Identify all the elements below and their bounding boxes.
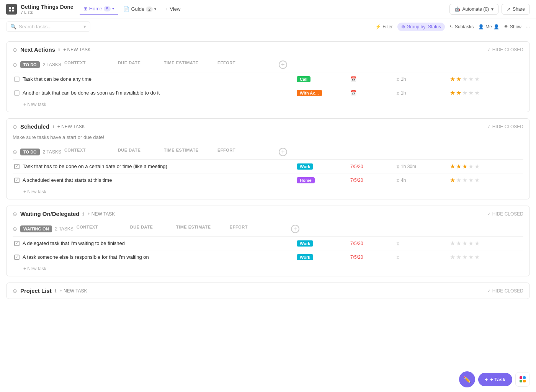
hide-closed-button[interactable]: ✓ HIDE CLOSED — [487, 288, 523, 294]
hide-closed-button[interactable]: ✓ HIDE CLOSED — [487, 211, 523, 217]
task-name[interactable]: Task that can be done any time — [23, 76, 92, 82]
star[interactable]: ★ — [462, 253, 467, 261]
hide-closed-button[interactable]: ✓ HIDE CLOSED — [487, 47, 523, 52]
star[interactable]: ★ — [450, 253, 455, 261]
star[interactable]: ★ — [450, 89, 455, 96]
due-date-empty[interactable]: 📅 — [350, 90, 356, 96]
nav-guide[interactable]: 📄 Guide 2 ▾ — [119, 4, 160, 14]
new-task-row[interactable]: + New task — [13, 100, 523, 109]
add-column-button[interactable]: + — [291, 225, 299, 233]
context-tag[interactable]: With Ac... — [297, 90, 322, 96]
task-name[interactable]: A delegated task that I'm waiting to be … — [23, 240, 125, 246]
star[interactable]: ★ — [474, 75, 480, 83]
section-new-task[interactable]: + NEW TASK — [60, 288, 87, 294]
group-collapse-icon[interactable]: ⊖ — [13, 149, 17, 155]
context-tag[interactable]: Home — [297, 177, 315, 183]
star[interactable]: ★ — [468, 240, 474, 247]
star[interactable]: ★ — [450, 163, 455, 170]
section-new-task[interactable]: + NEW TASK — [87, 211, 115, 217]
star[interactable]: ★ — [474, 89, 480, 96]
new-task-row[interactable]: + New task — [13, 187, 523, 196]
effort-stars: ★★★★★ — [450, 75, 511, 83]
star[interactable]: ★ — [468, 89, 474, 96]
section-new-task[interactable]: + NEW TASK — [57, 124, 85, 129]
more-button[interactable]: ··· — [526, 24, 530, 29]
task-name[interactable]: Another task that can be done as soon as… — [23, 90, 160, 96]
due-date-empty[interactable]: 📅 — [350, 76, 356, 82]
due-date: 7/5/20 — [350, 178, 363, 183]
task-checkbox[interactable] — [14, 241, 20, 246]
info-icon[interactable]: ℹ — [55, 288, 57, 294]
task-checkbox[interactable] — [14, 178, 20, 183]
info-icon[interactable]: ℹ — [52, 124, 54, 129]
star[interactable]: ★ — [456, 253, 461, 261]
star[interactable]: ★ — [456, 89, 461, 96]
star[interactable]: ★ — [468, 75, 474, 83]
edit-button[interactable]: ✏️ — [459, 371, 475, 387]
new-task-button[interactable]: + + Task — [478, 373, 512, 386]
star[interactable]: ★ — [456, 176, 461, 184]
time-est-cell: ⧗ — [396, 255, 450, 260]
task-checkbox[interactable] — [14, 255, 20, 260]
star[interactable]: ★ — [468, 253, 474, 261]
star[interactable]: ★ — [450, 75, 455, 83]
collapse-icon[interactable]: ⊖ — [13, 47, 17, 53]
status-badge[interactable]: WAITING ON — [20, 225, 52, 232]
star[interactable]: ★ — [456, 240, 461, 247]
status-badge[interactable]: TO DO — [20, 149, 40, 155]
subtasks-label: Subtasks — [455, 24, 474, 29]
add-column-button[interactable]: + — [279, 148, 287, 156]
automate-button[interactable]: 🤖 Automate (0) ▾ — [449, 4, 498, 15]
hide-closed-button[interactable]: ✓ HIDE CLOSED — [487, 124, 523, 129]
task-name[interactable]: Task that has to be done on a certain da… — [23, 163, 167, 169]
svg-rect-2 — [9, 10, 11, 11]
star[interactable]: ★ — [474, 253, 480, 261]
show-button[interactable]: 👁 Show — [504, 24, 521, 29]
star[interactable]: ★ — [474, 163, 480, 170]
context-tag[interactable]: Work — [297, 240, 313, 247]
star[interactable]: ★ — [450, 176, 455, 184]
info-icon[interactable]: ℹ — [58, 47, 60, 52]
star[interactable]: ★ — [456, 75, 461, 83]
star[interactable]: ★ — [462, 75, 467, 83]
star[interactable]: ★ — [468, 176, 474, 184]
star[interactable]: ★ — [462, 240, 467, 247]
group-icon: ⊜ — [401, 24, 405, 29]
group-by-button[interactable]: ⊜ Group by: Status — [397, 23, 445, 31]
star[interactable]: ★ — [462, 89, 467, 96]
group-collapse-icon[interactable]: ⊖ — [13, 62, 17, 68]
star[interactable]: ★ — [450, 240, 455, 247]
star[interactable]: ★ — [456, 163, 461, 170]
nav-home[interactable]: ⊞ Home 5 ▾ — [80, 3, 118, 15]
status-badge[interactable]: TO DO — [20, 61, 40, 68]
share-button[interactable]: ↗ Share — [502, 4, 530, 15]
context-tag[interactable]: Work — [297, 254, 313, 260]
nav-view[interactable]: + View — [162, 4, 184, 14]
collapse-icon[interactable]: ⊖ — [13, 288, 17, 294]
subtasks-button[interactable]: ⤷ Subtasks — [449, 24, 474, 29]
group-collapse-icon[interactable]: ⊖ — [13, 226, 17, 232]
me-button[interactable]: 👤 Me 👤 — [478, 24, 499, 29]
task-checkbox[interactable] — [14, 77, 20, 82]
task-name[interactable]: A task someone else is responsible for t… — [23, 254, 149, 260]
star[interactable]: ★ — [462, 176, 467, 184]
info-icon[interactable]: ℹ — [82, 211, 84, 217]
star[interactable]: ★ — [468, 163, 474, 170]
star[interactable]: ★ — [474, 176, 480, 184]
add-column-button[interactable]: + — [279, 60, 287, 69]
star[interactable]: ★ — [462, 163, 467, 170]
collapse-icon[interactable]: ⊖ — [13, 124, 17, 130]
context-tag[interactable]: Work — [297, 163, 313, 170]
task-name[interactable]: A scheduled event that starts at this ti… — [23, 177, 112, 183]
new-task-row[interactable]: + New task — [13, 264, 523, 273]
task-checkbox[interactable] — [14, 164, 20, 169]
star[interactable]: ★ — [474, 240, 480, 247]
apps-button[interactable] — [515, 372, 530, 387]
filter-button[interactable]: ⚡ Filter — [375, 24, 393, 29]
effort-stars: ★★★★★ — [450, 240, 511, 247]
context-tag[interactable]: Call — [297, 76, 310, 82]
collapse-icon[interactable]: ⊖ — [13, 211, 17, 217]
search-box[interactable]: 🔍 Search tasks... ▾ — [6, 21, 90, 32]
task-checkbox[interactable] — [14, 90, 20, 96]
section-new-task[interactable]: + NEW TASK — [63, 47, 91, 52]
